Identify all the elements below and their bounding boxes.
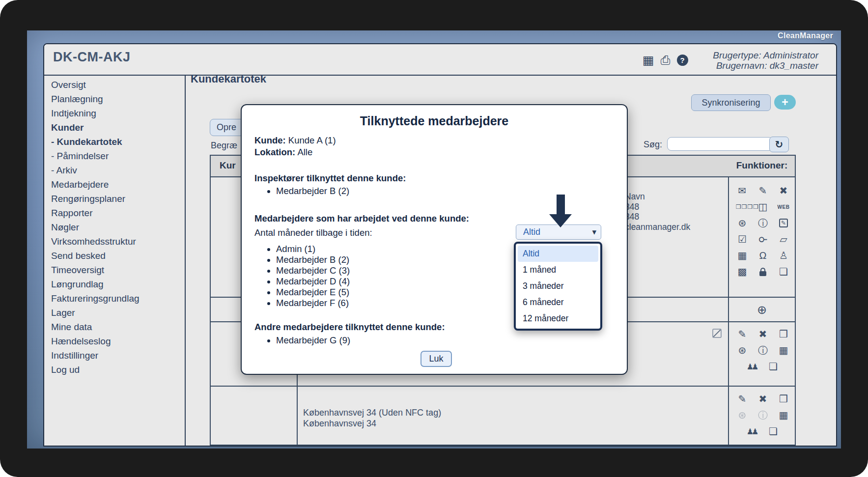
dropdown-option-altid[interactable]: Altid — [518, 246, 598, 262]
sidebar-item-medarbejdere[interactable]: Medarbejdere — [44, 177, 185, 192]
user-meta: Brugertype: Administrator Brugernavn: dk… — [713, 50, 818, 71]
calculator-icon[interactable]: ▦ — [775, 409, 792, 421]
globe-icon-disabled: ⊛ — [733, 409, 751, 421]
worked-header: Medarbejdere som har arbejdet ved denne … — [254, 213, 469, 224]
row3-function-icons: ✎ ✖ ❒ ⊛ ⓘ ▦ ♟♟ ❏ — [730, 328, 796, 373]
sidebar-item-kunder[interactable]: Kunder — [44, 120, 185, 135]
print-icon[interactable]: ⎙ — [661, 54, 671, 66]
copy-documents-icon[interactable]: ❏ — [764, 360, 782, 373]
bell-icon[interactable]: Ω — [754, 249, 772, 262]
row-divider — [211, 386, 795, 387]
sidebar-item-rapporter[interactable]: Rapporter — [44, 206, 185, 220]
sidebar-item-arkiv[interactable]: - Arkiv — [44, 163, 185, 177]
refresh-button[interactable]: ↻ — [769, 137, 789, 152]
calculator-icon[interactable]: ▦ — [733, 249, 751, 262]
box-icon[interactable]: ❒ — [775, 393, 792, 405]
sidebar-item-indtjekning[interactable]: Indtjekning — [44, 106, 185, 120]
dropdown-option-1-maaned[interactable]: 1 måned — [518, 262, 598, 278]
delete-icon[interactable]: ✖ — [775, 184, 792, 197]
dropdown-option-6-maaneder[interactable]: 6 måneder — [518, 294, 598, 310]
add-button[interactable]: + — [774, 95, 796, 110]
sidebar-item-haendelseslog[interactable]: Hændelseslog — [44, 334, 185, 348]
search-input[interactable] — [667, 137, 773, 151]
key-glyph: ⚲ — [757, 236, 768, 243]
book-icon[interactable]: ◫ — [754, 200, 772, 213]
location-line: Københavnsvej 34 (Uden NFC tag) — [303, 407, 441, 418]
info-icon[interactable]: ⓘ — [754, 344, 772, 357]
copy-documents-icon[interactable]: ❏ — [775, 265, 792, 278]
inspectors-header: Inspektører tilknyttet denne kunde: — [254, 173, 406, 184]
close-button[interactable]: Luk — [420, 351, 452, 367]
edit-icon[interactable]: ✎ — [754, 184, 772, 197]
page-title: Kundekartotek — [191, 73, 266, 85]
delete-icon[interactable]: ✖ — [754, 328, 772, 340]
copy-documents-icon[interactable]: ❏ — [764, 425, 782, 438]
checklist-icon[interactable]: ☑ — [733, 233, 751, 246]
box-icon[interactable]: ❒ — [775, 328, 792, 340]
lock-icon[interactable] — [754, 265, 772, 278]
sidebar-item-indstillinger[interactable]: Indstillinger — [44, 348, 185, 363]
sidebar-item-virksomhedsstruktur[interactable]: Virksomhedsstruktur — [44, 234, 185, 249]
person-add-icon[interactable]: ♙ — [775, 249, 792, 262]
cleanmanager-brand: CleanManager — [778, 31, 833, 40]
sidebar-item-loengrundlag[interactable]: Løngrundlag — [44, 277, 185, 291]
people-icon[interactable]: ♟♟ — [744, 360, 761, 373]
window-title: DK-CM-AKJ — [53, 50, 130, 65]
kunde-value: Kunde A (1) — [288, 135, 336, 145]
funktioner-column-header: Funktioner: — [728, 160, 796, 171]
lock-glyph — [759, 271, 766, 276]
sidebar-nav: Oversigt Planlægning Indtjekning Kunder … — [44, 76, 186, 447]
column-divider — [728, 156, 729, 445]
sidebar-item-faktureringsgrundlag[interactable]: Faktureringsgrundlag — [44, 291, 185, 306]
sidebar-item-rengoeringsplaner[interactable]: Rengøringsplaner — [44, 192, 185, 206]
kunde-column-header: Kur — [220, 160, 236, 171]
add-location-icon[interactable]: ⊕ — [728, 303, 796, 317]
web-link[interactable]: WEB — [775, 200, 792, 213]
sidebar-item-lager[interactable]: Lager — [44, 306, 185, 320]
edit-icon[interactable]: ✎ — [733, 393, 751, 405]
sync-button[interactable]: Synkronisering — [691, 94, 771, 111]
help-icon[interactable]: ? — [677, 55, 688, 66]
user-name-label: Brugernavn: dk3_master — [713, 60, 818, 71]
sidebar-item-paamindelser[interactable]: - Påmindelser — [44, 149, 185, 163]
months-select-value: Altid — [523, 227, 540, 237]
lokation-line: Lokation: Alle — [254, 146, 312, 158]
dropdown-option-12-maaneder[interactable]: 12 måneder — [518, 310, 598, 327]
globe-icon[interactable]: ⊛ — [733, 344, 751, 357]
worker-item: Medarbejder D (4) — [276, 276, 350, 287]
sidebar-item-send-besked[interactable]: Send besked — [44, 249, 185, 263]
sign-icon[interactable]: ▱ — [775, 233, 792, 246]
cubes-icon[interactable]: ❒❒❒❒ — [733, 200, 751, 213]
table-view-icon[interactable]: ▦ — [643, 54, 654, 66]
lokation-value: Alle — [297, 147, 312, 157]
kunde-line: Kunde: Kunde A (1) — [254, 135, 336, 146]
info-icon-disabled: ⓘ — [754, 409, 772, 421]
sidebar-item-mine-data[interactable]: Mine data — [44, 320, 185, 334]
info-icon[interactable]: ⓘ — [754, 217, 772, 229]
delete-icon[interactable]: ✖ — [754, 393, 772, 405]
sidebar-item-oversigt[interactable]: Oversigt — [44, 78, 185, 92]
sidebar-item-timeoversigt[interactable]: Timeoversigt — [44, 263, 185, 277]
envelope-icon[interactable]: ✉ — [733, 184, 751, 197]
sidebar-item-planlaegning[interactable]: Planlægning — [44, 92, 185, 106]
dropdown-option-3-maaneder[interactable]: 3 måneder — [518, 278, 598, 294]
contact-line: 348 — [625, 202, 690, 212]
note-edit-icon[interactable]: ✎ — [775, 217, 792, 229]
key-icon[interactable]: ⚲ — [754, 233, 772, 246]
kunde-label: Kunde: — [254, 135, 286, 145]
external-link-icon[interactable] — [712, 329, 722, 338]
worker-item: Admin (1) — [276, 244, 350, 254]
other-item: Medarbejder G (9) — [276, 335, 350, 346]
contact-line: 348 — [625, 212, 690, 222]
sidebar-item-kundekartotek[interactable]: - Kundekartotek — [44, 135, 185, 149]
edit-icon[interactable]: ✎ — [733, 328, 751, 340]
chevron-down-icon: ▾ — [592, 227, 596, 237]
sidebar-item-noegler[interactable]: Nøgler — [44, 220, 185, 234]
globe-icon[interactable]: ⊛ — [733, 217, 751, 229]
qr-code-icon[interactable]: ▩ — [733, 265, 751, 278]
people-icon[interactable]: ♟♟ — [744, 425, 761, 438]
others-header: Andre medarbejdere tilknyttet denne kund… — [254, 322, 445, 333]
customer-contact-info: Navn 348 348 cleanmanager.dk — [625, 192, 690, 232]
sidebar-item-log-ud[interactable]: Log ud — [44, 363, 185, 377]
calculator-icon[interactable]: ▦ — [775, 344, 792, 357]
